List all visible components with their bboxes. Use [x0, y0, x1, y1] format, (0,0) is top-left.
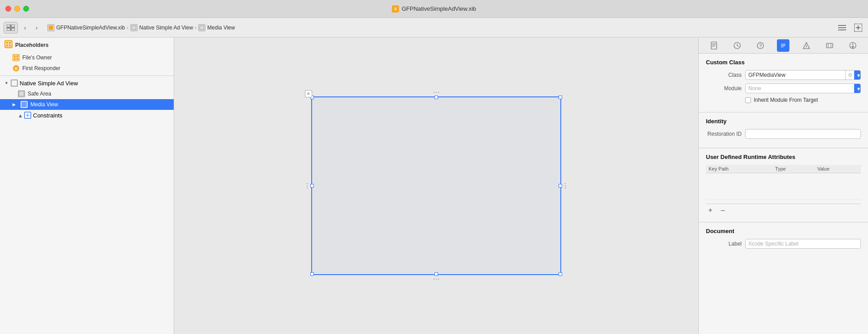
svg-rect-1 — [11, 25, 15, 27]
media-view-icon — [21, 101, 28, 108]
document-section: Document Label Xcode Specific Label — [699, 222, 868, 258]
breadcrumb: GFPNativeSimpleAdView.xib › Native Simpl… — [47, 24, 235, 31]
handle-bottom-center[interactable] — [434, 272, 438, 276]
tree-group-constraints[interactable]: ▶ Constraints — [0, 110, 174, 121]
breadcrumb-item-1[interactable]: Native Simple Ad View — [130, 24, 193, 31]
module-dropdown[interactable]: None ▼ — [745, 84, 861, 93]
module-dropdown-arrow[interactable]: ▼ — [854, 84, 861, 93]
label-row: Label Xcode Specific Label — [706, 239, 861, 249]
maximize-button[interactable] — [23, 6, 29, 12]
attributes-inspector-button[interactable] — [800, 39, 813, 52]
first-responder-label: First Responder — [22, 65, 60, 71]
handle-top-right[interactable] — [559, 96, 562, 99]
handle-middle-left[interactable] — [310, 184, 314, 188]
label-placeholder: Xcode Specific Label — [748, 241, 858, 247]
size-inspector-button[interactable] — [823, 39, 836, 52]
restoration-id-label: Restoration ID — [706, 131, 742, 137]
udra-add-button[interactable]: + — [706, 206, 715, 215]
files-owner-label: File's Owner — [22, 54, 52, 61]
svg-rect-23 — [11, 80, 17, 86]
identity-section: Identity Restoration ID — [699, 113, 868, 148]
close-button[interactable] — [5, 6, 11, 12]
tree-item-first-responder[interactable]: R First Responder — [0, 63, 174, 74]
toolbar: ‹ › GFPNativeSimpleAdView.xib › Nat — [0, 18, 868, 38]
svg-point-50 — [849, 74, 851, 76]
inherit-module-row: Inherit Module From Target — [745, 97, 861, 103]
udra-col-type: Type — [772, 165, 814, 173]
canvas-close-button[interactable]: ✕ — [305, 90, 312, 97]
forward-button[interactable]: › — [31, 22, 42, 33]
breadcrumb-item-0[interactable]: GFPNativeSimpleAdView.xib — [47, 24, 125, 31]
placeholders-header: Placeholders — [0, 38, 174, 52]
handle-middle-right[interactable] — [559, 184, 562, 188]
divider-1 — [0, 75, 174, 76]
media-view-canvas[interactable] — [311, 96, 561, 275]
safe-area-icon — [18, 90, 25, 97]
canvas-view: ✕ — [311, 96, 561, 275]
handle-bottom-right[interactable] — [559, 272, 562, 276]
restoration-id-input[interactable] — [745, 129, 861, 139]
identity-inspector-button[interactable] — [777, 39, 789, 52]
tree-item-media-view[interactable]: ▶ Media View — [0, 99, 174, 110]
svg-text:?: ? — [759, 43, 762, 48]
svg-rect-2 — [7, 28, 10, 31]
breadcrumb-label-1: Native Simple Ad View — [139, 25, 193, 31]
minimize-button[interactable] — [14, 6, 20, 12]
custom-class-section: Custom Class Class GFPMediaView ▼ Module… — [699, 54, 868, 113]
hamburger-button[interactable] — [836, 21, 848, 34]
svg-line-36 — [737, 46, 739, 46]
toolbar-left: ‹ › GFPNativeSimpleAdView.xib › Nat — [4, 22, 836, 33]
titlebar-title: X GFPNativeSimpleAdView.xib — [392, 5, 476, 13]
history-button[interactable] — [731, 39, 743, 52]
left-panel: Placeholders File's Owner R — [0, 38, 174, 334]
placeholders-icon — [4, 40, 13, 50]
expand-arrow-native: ▼ — [4, 81, 9, 85]
custom-class-title: Custom Class — [706, 59, 861, 66]
tree-item-safe-area[interactable]: Safe Area — [0, 88, 174, 99]
class-label: Class — [706, 72, 742, 78]
class-dropdown[interactable]: GFPMediaView ▼ — [745, 70, 861, 80]
connections-inspector-button[interactable] — [847, 39, 859, 52]
grid-layout-button[interactable] — [4, 22, 18, 33]
breadcrumb-label-2: Media View — [207, 25, 235, 31]
handle-bottom-left[interactable] — [310, 272, 314, 276]
user-defined-title: User Defined Runtime Attributes — [706, 154, 861, 160]
svg-rect-4 — [49, 25, 53, 30]
label-input[interactable]: Xcode Specific Label — [745, 239, 861, 249]
class-value: GFPMediaView — [746, 71, 845, 79]
identity-title: Identity — [706, 118, 861, 125]
right-panel: ? — [698, 38, 868, 334]
add-object-button[interactable] — [852, 21, 864, 34]
inherit-module-checkbox[interactable] — [745, 97, 751, 103]
xib-icon — [47, 24, 54, 31]
udra-remove-button[interactable]: – — [718, 206, 727, 215]
tree-group-native-simple-ad-view[interactable]: ▼ Native Simple Ad View — [0, 78, 174, 88]
udra-table: Key Path Type Value — [706, 165, 861, 200]
svg-rect-0 — [7, 25, 10, 27]
xib-file-icon: X — [392, 5, 399, 13]
user-defined-section: User Defined Runtime Attributes Key Path… — [699, 148, 868, 222]
module-row: Module None ▼ — [706, 84, 861, 93]
resize-dots-left — [307, 183, 308, 188]
safe-area-label: Safe Area — [28, 91, 51, 97]
handle-top-center[interactable] — [434, 96, 438, 99]
main-layout: Placeholders File's Owner R — [0, 38, 868, 334]
native-simple-ad-view-label: Native Simple Ad View — [20, 80, 78, 87]
breadcrumb-item-2[interactable]: Media View — [198, 24, 235, 31]
class-navigate-icon — [845, 71, 854, 79]
toolbar-right — [836, 21, 864, 34]
svg-point-44 — [806, 47, 807, 48]
help-button[interactable]: ? — [754, 39, 767, 52]
expand-arrow-media: ▶ — [13, 102, 17, 107]
constraints-icon — [24, 112, 31, 119]
file-inspector-button[interactable] — [708, 39, 720, 52]
tree-item-files-owner[interactable]: File's Owner — [0, 52, 174, 63]
document-title: Document — [706, 228, 861, 234]
restoration-id-row: Restoration ID — [706, 129, 861, 139]
class-dropdown-arrow[interactable]: ▼ — [854, 71, 861, 80]
back-button[interactable]: ‹ — [20, 22, 30, 33]
breadcrumb-sep-0: › — [127, 25, 129, 31]
svg-rect-5 — [132, 25, 136, 30]
udra-controls: + – — [706, 204, 861, 217]
udra-col-keypath: Key Path — [706, 165, 772, 173]
